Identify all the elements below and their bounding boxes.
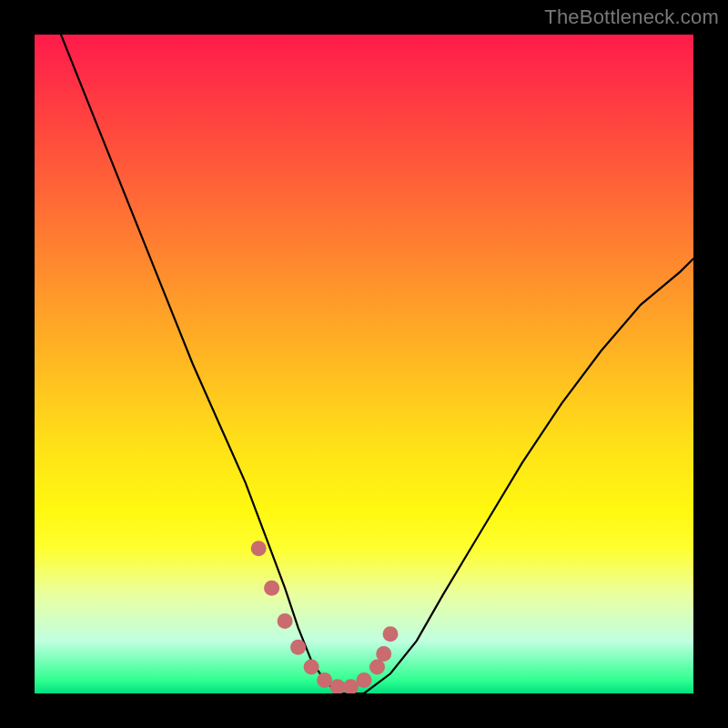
chart-plot-area: [35, 35, 693, 693]
chart-svg: [35, 35, 693, 693]
highlight-marker: [278, 613, 293, 629]
highlight-marker: [357, 672, 372, 688]
highlight-marker-group: [251, 541, 399, 693]
highlight-marker: [264, 581, 279, 596]
highlight-marker: [383, 626, 399, 642]
highlight-marker: [317, 672, 332, 688]
highlight-marker: [330, 679, 346, 693]
watermark-text: TheBottleneck.com: [544, 5, 719, 29]
highlight-marker: [369, 660, 385, 675]
highlight-marker: [376, 646, 391, 662]
highlight-marker: [290, 640, 306, 655]
highlight-marker: [304, 660, 319, 675]
highlight-marker: [251, 541, 267, 556]
highlight-marker: [343, 679, 359, 693]
bottleneck-curve-line: [61, 35, 693, 693]
